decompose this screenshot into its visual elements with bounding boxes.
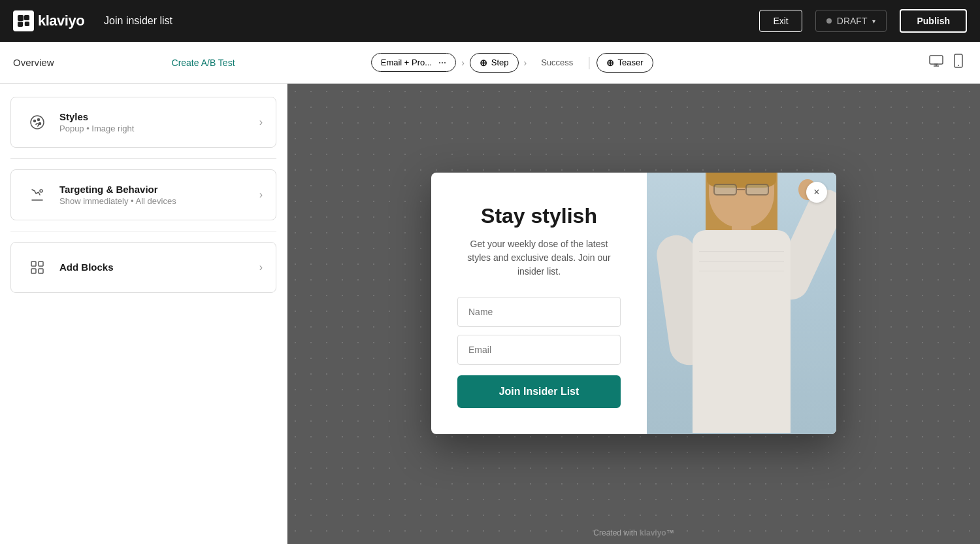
svg-rect-1 <box>24 15 29 20</box>
desktop-view-button[interactable] <box>925 50 947 75</box>
targeting-subtitle: Show immediately • All devices <box>59 196 259 206</box>
close-icon: × <box>813 186 819 198</box>
watermark: Created with klaviyo™ <box>593 528 674 537</box>
svg-rect-3 <box>25 22 29 26</box>
targeting-card-text: Targeting & Behavior Show immediately • … <box>59 184 259 206</box>
popup-content: Stay stylish Get your weekly dose of the… <box>431 173 647 434</box>
plus-icon: ⊕ <box>480 58 487 68</box>
svg-rect-0 <box>18 15 24 21</box>
plus-icon-teaser: ⊕ <box>606 58 614 68</box>
publish-button[interactable]: Publish <box>900 9 967 33</box>
top-navigation: klaviyo Join insider list Exit DRAFT ▾ P… <box>0 0 980 42</box>
draft-dot <box>826 18 832 24</box>
popup-cta-button[interactable]: Join Insider List <box>457 375 621 408</box>
steps-nav: Email + Pro... ⋯ › ⊕ Step › Success | ⊕ … <box>371 53 653 73</box>
popup-close-button[interactable]: × <box>806 182 827 203</box>
popup-image-panel: × <box>647 173 836 434</box>
sidebar-item-add-blocks[interactable]: Add Blocks › <box>10 242 276 293</box>
sidebar: Styles Popup • Image right › Targeting &… <box>0 84 287 544</box>
svg-rect-17 <box>31 269 36 273</box>
styles-subtitle: Popup • Image right <box>59 124 259 133</box>
chevron-right-icon-targeting: › <box>259 189 263 201</box>
palette-icon <box>24 109 50 135</box>
popup-subtext: Get your weekly dose of the latest style… <box>457 237 621 279</box>
person-image <box>647 173 836 434</box>
popup-modal: Stay stylish Get your weekly dose of the… <box>431 173 836 434</box>
sidebar-item-styles[interactable]: Styles Popup • Image right › <box>10 97 276 148</box>
step-label: Step <box>491 58 509 67</box>
svg-rect-16 <box>39 262 43 266</box>
svg-point-9 <box>958 65 959 66</box>
chevron-right-icon: › <box>259 116 263 128</box>
main-layout: Styles Popup • Image right › Targeting &… <box>0 84 980 544</box>
divider-2 <box>10 231 276 231</box>
svg-point-10 <box>31 116 44 129</box>
popup-name-input[interactable] <box>457 297 621 327</box>
grid-icon <box>24 254 50 280</box>
svg-point-11 <box>34 120 36 122</box>
watermark-logo: klaviyo <box>640 528 666 537</box>
overview-link: Overview <box>13 57 54 68</box>
svg-point-12 <box>38 119 40 121</box>
sidebar-item-targeting[interactable]: Targeting & Behavior Show immediately • … <box>10 169 276 220</box>
logo-mark <box>13 10 34 31</box>
page-title: Join insider list <box>104 15 172 27</box>
svg-point-13 <box>39 123 41 125</box>
svg-rect-4 <box>930 56 943 64</box>
targeting-title: Targeting & Behavior <box>59 184 259 195</box>
svg-rect-18 <box>39 269 43 273</box>
teaser-label: Teaser <box>618 58 644 67</box>
canvas-area[interactable]: Stay stylish Get your weekly dose of the… <box>287 84 980 544</box>
divider-1 <box>10 158 276 159</box>
create-ab-test-link[interactable]: Create A/B Test <box>172 58 235 68</box>
success-step-button[interactable]: Success <box>532 54 582 71</box>
mobile-view-button[interactable] <box>950 50 967 75</box>
logo-text: klaviyo <box>38 12 84 29</box>
step-email-pro-button[interactable]: Email + Pro... ⋯ <box>371 53 456 72</box>
separator: | <box>587 55 591 70</box>
klaviyo-logo: klaviyo <box>13 10 84 31</box>
svg-rect-15 <box>31 262 36 266</box>
svg-point-14 <box>40 190 42 192</box>
view-toggle <box>925 50 967 75</box>
watermark-prefix: Created with <box>593 528 637 537</box>
styles-title: Styles <box>59 111 259 122</box>
popup-email-input[interactable] <box>457 335 621 365</box>
styles-card-text: Styles Popup • Image right <box>59 111 259 133</box>
svg-rect-2 <box>18 22 23 27</box>
chevron-right-icon-blocks: › <box>259 262 263 273</box>
step-navigation: Overview Create A/B Test Email + Pro... … <box>0 42 980 84</box>
chevron-down-icon: ▾ <box>872 18 875 25</box>
add-blocks-title: Add Blocks <box>59 262 259 273</box>
targeting-icon <box>24 182 50 208</box>
draft-button[interactable]: DRAFT ▾ <box>815 10 887 32</box>
step-label: Email + Pro... <box>381 58 432 67</box>
step-more-icon: ⋯ <box>438 58 446 67</box>
exit-button[interactable]: Exit <box>759 10 802 32</box>
step-label: Success <box>541 58 573 67</box>
step-arrow-1: › <box>461 58 465 68</box>
teaser-step-button[interactable]: ⊕ Teaser <box>596 53 653 73</box>
add-blocks-card-text: Add Blocks <box>59 262 259 274</box>
draft-label: DRAFT <box>837 16 868 26</box>
step-arrow-2: › <box>524 58 527 68</box>
add-step-button[interactable]: ⊕ Step <box>470 53 519 73</box>
popup-heading: Stay stylish <box>481 204 597 228</box>
